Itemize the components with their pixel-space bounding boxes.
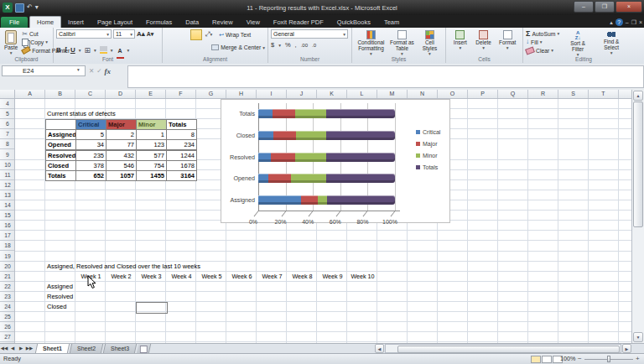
ribbon-tab-file[interactable]: File — [1, 17, 28, 28]
scroll-left-icon[interactable]: ◀ — [375, 344, 384, 353]
normal-view-icon[interactable] — [531, 356, 541, 363]
minimize-ribbon-icon[interactable]: ▴ — [610, 18, 613, 26]
column-header-P[interactable]: P — [468, 90, 498, 99]
autosum-button[interactable]: Σ AutoSum ▾ — [526, 29, 559, 38]
number-format-combo[interactable]: General ▾ — [271, 29, 348, 39]
align-center-button[interactable] — [174, 42, 183, 53]
last-sheet-icon[interactable]: ▶▶ — [25, 344, 34, 353]
cell-B22[interactable]: Assigned — [45, 282, 73, 292]
cell-F21[interactable]: Week 4 — [166, 272, 197, 282]
cell-K21[interactable]: Week 9 — [317, 272, 348, 282]
page-layout-view-icon[interactable] — [542, 356, 552, 363]
zoom-level[interactable]: 100% — [560, 355, 575, 362]
name-box-dropdown-icon[interactable]: ▾ — [77, 67, 80, 72]
column-header-N[interactable]: N — [408, 90, 438, 99]
horizontal-scroll-thumb[interactable] — [397, 346, 620, 353]
paste-button[interactable]: Paste ▾ — [3, 29, 19, 57]
increase-decimal-button[interactable]: .00 — [301, 43, 308, 48]
row-header-12[interactable]: 12 — [0, 180, 15, 190]
align-right-button[interactable] — [183, 42, 191, 53]
column-header-R[interactable]: R — [528, 90, 558, 99]
select-all-corner[interactable] — [0, 90, 15, 99]
row-header-26[interactable]: 26 — [0, 322, 15, 332]
workbook-minimize-icon[interactable]: – — [626, 18, 629, 26]
ribbon-tab-review[interactable]: Review — [205, 17, 240, 28]
delete-cells-button[interactable]: Delete ▾ — [472, 29, 496, 52]
row-header-27[interactable]: 27 — [0, 332, 15, 342]
column-header-H[interactable]: H — [226, 90, 257, 99]
row-header-20[interactable]: 20 — [0, 262, 15, 272]
cell-D11[interactable]: 1057 — [106, 170, 137, 181]
shrink-font-icon[interactable]: A▾ — [147, 31, 154, 38]
grow-font-icon[interactable]: A▴ — [137, 31, 145, 38]
workbook-close-icon[interactable]: × — [639, 18, 642, 26]
row-header-25[interactable]: 25 — [0, 312, 15, 322]
row-header-6[interactable]: 6 — [0, 119, 15, 129]
align-middle-button[interactable] — [178, 29, 190, 40]
sheet-tab-sheet1[interactable]: Sheet1 — [35, 344, 70, 353]
ribbon-tab-insert[interactable]: Insert — [61, 17, 91, 28]
column-header-S[interactable]: S — [558, 90, 589, 99]
enter-formula-icon[interactable]: ✓ — [96, 67, 101, 75]
row-header-17[interactable]: 17 — [0, 231, 15, 241]
row-header-14[interactable]: 14 — [0, 200, 15, 211]
row-header-9[interactable]: 9 — [0, 150, 15, 160]
decrease-indent-button[interactable] — [192, 42, 200, 53]
scroll-down-icon[interactable]: ▼ — [633, 332, 643, 342]
orientation-button[interactable]: ⤢▾ — [203, 29, 215, 40]
font-size-combo[interactable]: 11 ▾ — [113, 29, 135, 39]
cell-L21[interactable]: Week 10 — [347, 272, 378, 282]
cancel-formula-icon[interactable]: ✕ — [89, 67, 94, 75]
format-as-table-button[interactable]: Format as Table ▾ — [387, 29, 417, 58]
close-button[interactable]: × — [615, 1, 642, 13]
cell-E21[interactable]: Week 3 — [136, 272, 167, 282]
row-header-24[interactable]: 24 — [0, 302, 15, 312]
clear-button[interactable]: Clear ▾ — [526, 46, 559, 55]
column-header-A[interactable]: A — [15, 90, 45, 99]
column-header-D[interactable]: D — [106, 90, 136, 99]
cell-B24[interactable]: Closed — [45, 302, 66, 312]
merge-center-button[interactable]: Merge & Center ▾ — [211, 44, 265, 52]
row-header-7[interactable]: 7 — [0, 129, 15, 139]
insert-cells-button[interactable]: Insert ▾ — [449, 29, 472, 52]
percent-format-button[interactable]: % — [285, 41, 291, 49]
horizontal-scroll-track[interactable] — [385, 344, 621, 353]
cell-B20[interactable]: Assigned, Resolved and Closed over the l… — [45, 262, 200, 272]
ribbon-tab-foxit-reader-pdf[interactable]: Foxit Reader PDF — [267, 17, 330, 28]
row-header-22[interactable]: 22 — [0, 282, 15, 292]
column-header-I[interactable]: I — [257, 90, 287, 99]
cell-B11[interactable]: Totals — [45, 170, 76, 181]
underline-button[interactable]: U — [70, 47, 75, 54]
bold-button[interactable]: B — [56, 47, 61, 54]
cell-C11[interactable]: 652 — [75, 170, 106, 181]
conditional-formatting-button[interactable]: Conditional Formatting ▾ — [355, 29, 387, 58]
row-header-19[interactable]: 19 — [0, 252, 15, 262]
ribbon-tab-home[interactable]: Home — [29, 16, 61, 28]
row-header-23[interactable]: 23 — [0, 292, 15, 302]
column-header-Q[interactable]: Q — [498, 90, 528, 99]
ribbon-tab-quickbooks[interactable]: QuickBooks — [330, 17, 377, 28]
column-header-T[interactable]: T — [589, 90, 619, 99]
align-left-button[interactable] — [165, 42, 174, 53]
zoom-in-icon[interactable]: + — [636, 355, 640, 362]
row-header-10[interactable]: 10 — [0, 160, 15, 170]
row-header-18[interactable]: 18 — [0, 241, 15, 251]
redo-dropdown-icon[interactable]: ▾ — [35, 3, 39, 12]
undo-icon[interactable]: ↶ — [27, 3, 33, 12]
save-icon[interactable] — [15, 3, 24, 13]
row-header-11[interactable]: 11 — [0, 170, 15, 180]
maximize-button[interactable]: ❐ — [595, 1, 615, 13]
cell-J21[interactable]: Week 8 — [287, 272, 318, 282]
column-header-K[interactable]: K — [317, 90, 347, 99]
zoom-out-icon[interactable]: − — [578, 355, 582, 362]
row-header-4[interactable]: 4 — [0, 99, 15, 109]
decrease-decimal-button[interactable]: .0 — [312, 43, 316, 48]
align-top-button[interactable] — [165, 29, 177, 40]
name-box[interactable]: E24 — [2, 65, 86, 76]
cell-B23[interactable]: Resolved — [45, 292, 73, 302]
horizontal-scrollbar[interactable]: ◀ ▶ — [375, 344, 631, 353]
format-cells-button[interactable]: Format ▾ — [495, 29, 520, 52]
find-select-button[interactable]: Find & Select ▾ — [596, 29, 626, 59]
column-header-C[interactable]: C — [75, 90, 106, 99]
column-header-O[interactable]: O — [438, 90, 468, 99]
